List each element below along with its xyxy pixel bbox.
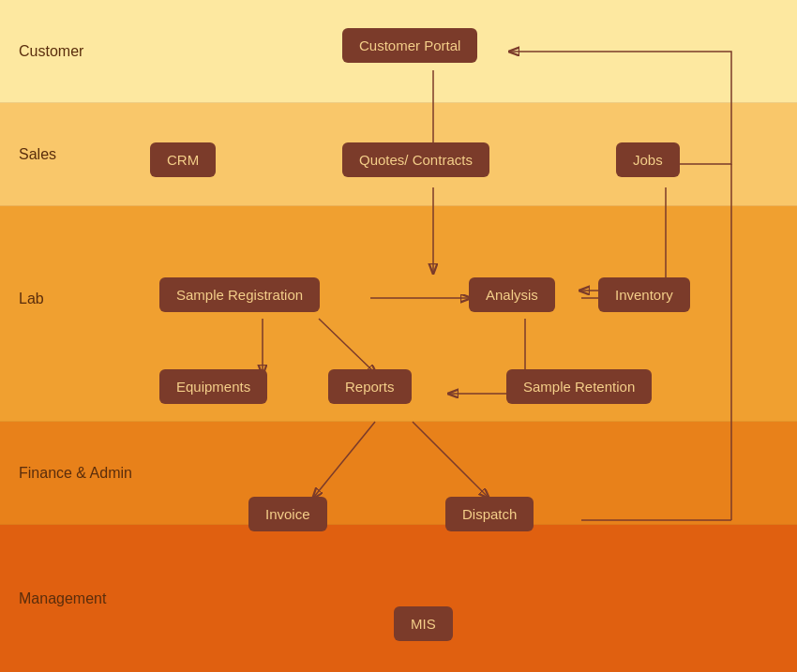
- node-equipments[interactable]: Equipments: [159, 369, 267, 404]
- zone-customer-label: Customer: [0, 43, 131, 60]
- node-jobs[interactable]: Jobs: [616, 142, 680, 177]
- zone-management: Management: [0, 525, 797, 672]
- zone-lab-label: Lab: [0, 206, 131, 307]
- node-sample-retention[interactable]: Sample Retention: [506, 369, 652, 404]
- zone-finance-label: Finance & Admin: [0, 465, 132, 482]
- node-analysis[interactable]: Analysis: [469, 277, 555, 312]
- node-mis[interactable]: MIS: [394, 606, 453, 641]
- zone-finance: Finance & Admin: [0, 422, 797, 525]
- node-customer-portal[interactable]: Customer Portal: [342, 28, 477, 63]
- node-sample-registration[interactable]: Sample Registration: [159, 277, 320, 312]
- zone-management-label: Management: [0, 590, 131, 607]
- node-quotes-contracts[interactable]: Quotes/ Contracts: [342, 142, 489, 177]
- zone-sales-label: Sales: [0, 146, 131, 163]
- node-inventory[interactable]: Inventory: [598, 277, 690, 312]
- diagram-container: Customer Sales Lab Finance & Admin Manag…: [0, 0, 797, 672]
- node-reports[interactable]: Reports: [328, 369, 412, 404]
- node-invoice[interactable]: Invoice: [248, 497, 327, 531]
- node-crm[interactable]: CRM: [150, 142, 216, 177]
- node-dispatch[interactable]: Dispatch: [445, 497, 534, 531]
